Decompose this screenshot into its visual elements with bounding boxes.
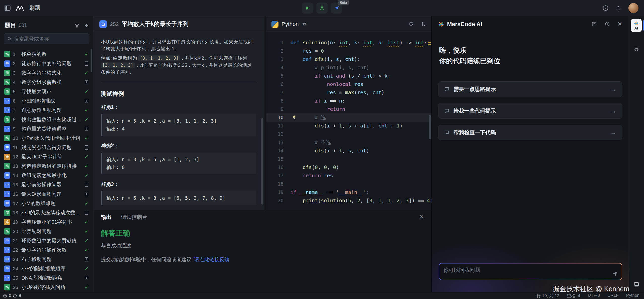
avatar[interactable]: [628, 3, 638, 13]
problem-list-item[interactable]: 中9超市里的货物架调整: [0, 124, 93, 134]
problem-title: 数组元素之和最小化: [21, 172, 82, 179]
code-line[interactable]: 10 # 选: [266, 113, 431, 122]
language-swap-icon[interactable]: ⇄: [302, 21, 307, 27]
code-line[interactable]: 14 dfs(i + 1, s, cnt): [266, 147, 431, 155]
problem-list-item[interactable]: 中22最少字符串操作次数✓: [0, 245, 93, 255]
ai-assistant-button[interactable]: AI: [631, 19, 642, 32]
problem-list-item[interactable]: 简13构造特定数组的逆序拼接✓: [0, 161, 93, 171]
note-icon: [84, 99, 89, 103]
lightbulb-icon[interactable]: [292, 115, 296, 120]
editor-scrollbar[interactable]: [429, 115, 431, 139]
add-problem-button[interactable]: +: [85, 22, 89, 29]
code-line[interactable]: 4 # print(i, s, cnt): [266, 63, 431, 72]
tab-debug-console[interactable]: 调试控制台: [121, 214, 147, 221]
code-line[interactable]: 16 dfs(0, 0, 0): [266, 163, 431, 172]
problem-title: 最少前缀操作问题: [21, 181, 82, 188]
problem-list-item[interactable]: 中7创意标题匹配问题✓: [0, 106, 93, 115]
problem-list-item[interactable]: 简18小U的最大连续移动次数...: [0, 208, 93, 217]
send-icon[interactable]: [612, 271, 618, 278]
problem-list-item[interactable]: 简4数字分组求偶数和: [0, 78, 93, 87]
note-icon: [84, 257, 89, 261]
sample-block: 输入: n = 3 ,k = 5 ,a = [1, 2, 3]输出: 0: [101, 153, 256, 174]
code-line[interactable]: 20 print(solution(5, 2, [3, 1, 1, 2, 3])…: [266, 196, 431, 205]
problem-list-item[interactable]: 中24小R的随机播放顺序✓: [0, 264, 93, 273]
problem-list-item[interactable]: 简1找单独的数✓: [0, 50, 93, 59]
help-icon[interactable]: ?: [602, 5, 609, 11]
code-line[interactable]: 19if __name__ == '__main__':: [266, 188, 431, 196]
code-line[interactable]: 5 if cnt and (s / cnt) > k:: [266, 72, 431, 80]
problem-list-item[interactable]: 中16最大矩形面积问题: [0, 189, 93, 199]
filter-icon[interactable]: [74, 23, 79, 28]
close-icon[interactable]: ✕: [419, 214, 424, 220]
run-button[interactable]: [302, 3, 313, 14]
problem-list-item[interactable]: 简10小P的永久代币卡回本计划✓: [0, 134, 93, 143]
result-subtitle: 恭喜成功通过: [101, 242, 431, 249]
ai-question-input[interactable]: [443, 267, 597, 277]
line-number: 7: [266, 88, 284, 97]
problem-list-item[interactable]: 中6小E的怪物挑战: [0, 96, 93, 106]
problem-number: 17: [13, 201, 19, 206]
compare-icon[interactable]: [421, 21, 426, 27]
code-text: print(solution(5, 2, [3, 1, 1, 2, 3]) ==…: [291, 196, 431, 205]
code-line[interactable]: 2 res = 0: [266, 47, 431, 55]
errors-icon[interactable]: [3, 294, 7, 298]
close-icon[interactable]: ✕: [618, 21, 622, 27]
reset-code-icon[interactable]: [408, 21, 414, 27]
status-item[interactable]: 行 10, 列 12: [537, 293, 559, 299]
problem-list-item[interactable]: 中2徒步旅行中的补给问题: [0, 59, 93, 68]
problem-list-item[interactable]: 中11观光景点组合得分问题: [0, 143, 93, 152]
problem-number: 22: [13, 247, 19, 253]
code-line[interactable]: 8 if i == n:: [266, 97, 431, 105]
app-name: 刷题: [29, 4, 40, 12]
status-item[interactable]: UTF-8: [588, 293, 600, 299]
test-button[interactable]: [316, 3, 328, 14]
problem-list-item[interactable]: 中15最少前缀操作问题: [0, 180, 93, 189]
ai-suggestion-card[interactable]: 需要一点思路提示→: [438, 81, 622, 97]
code-line[interactable]: 18: [266, 180, 431, 188]
problem-scrollbar[interactable]: [261, 118, 263, 205]
problem-list-item[interactable]: 难19字典序最小的01字符串✓: [0, 217, 93, 227]
tab-output[interactable]: 输出: [101, 214, 111, 221]
problem-list-item[interactable]: 简5寻找最大葫芦✓: [0, 87, 93, 96]
status-item[interactable]: Python: [626, 293, 639, 299]
problem-list-item[interactable]: 中14数组元素之和最小化✓: [0, 171, 93, 180]
sidebar-toggle-icon[interactable]: [5, 5, 11, 11]
status-item[interactable]: CRLF: [608, 293, 619, 299]
new-chat-icon[interactable]: [591, 21, 597, 27]
code-line[interactable]: 13 # 不选: [266, 138, 431, 147]
code-line[interactable]: 17 return res: [266, 172, 431, 180]
problem-list-item[interactable]: 中21环形数组中的最大贡献值✓: [0, 236, 93, 245]
difficulty-badge: 中: [4, 182, 10, 188]
search-input[interactable]: [14, 36, 86, 42]
feedback-link[interactable]: 请点此链接反馈: [194, 257, 229, 262]
code-line[interactable]: 1def solution(n: int, k: int, a: list) -…: [266, 39, 431, 47]
problem-list-item[interactable]: 简3数字字符串格式化✓: [0, 68, 93, 78]
marscode-logo-icon[interactable]: [16, 5, 24, 11]
code-line[interactable]: 11 dfs(i + 1, s + a[i], cnt + 1): [266, 122, 431, 130]
warnings-icon[interactable]: [13, 294, 17, 298]
code-line[interactable]: 12: [266, 130, 431, 138]
ai-suggestion-card[interactable]: 帮我检查一下代码→: [438, 125, 622, 140]
problem-list-item[interactable]: 难12最大UCC子串计算✓: [0, 152, 93, 161]
history-icon[interactable]: [605, 21, 610, 27]
problem-list-item[interactable]: 简20比赛配对问题✓: [0, 227, 93, 236]
bell-icon[interactable]: [616, 5, 621, 11]
toggle-panel-icon[interactable]: [634, 282, 639, 288]
problem-list-item[interactable]: 简8找出整型数组中占比超过...✓: [0, 115, 93, 124]
code-line[interactable]: 3 def dfs(i, s, cnt):: [266, 55, 431, 63]
code-line[interactable]: 7 res = max(res, cnt): [266, 88, 431, 97]
problem-list-item[interactable]: 中23石子移动问题: [0, 255, 93, 264]
submit-button[interactable]: Beta: [331, 3, 342, 14]
ai-input-border: [439, 263, 622, 280]
ai-suggestion-card[interactable]: 给我一些代码提示→: [438, 103, 622, 119]
problem-list-item[interactable]: 中17小M的数组难题✓: [0, 199, 93, 208]
code-line[interactable]: 15: [266, 155, 431, 163]
sample-label: 样例3：: [101, 181, 256, 188]
code-line[interactable]: 6 nonlocal res: [266, 80, 431, 88]
sidebar-scrollbar[interactable]: [91, 49, 92, 72]
problem-list-item[interactable]: 简26小U的数字插入问题✓: [0, 283, 93, 292]
status-item[interactable]: 空格: 4: [567, 293, 580, 299]
code-line[interactable]: 9 return: [266, 105, 431, 113]
problem-list-item[interactable]: 中25DNA序列编辑距离: [0, 273, 93, 283]
debug-icon[interactable]: [634, 47, 639, 53]
